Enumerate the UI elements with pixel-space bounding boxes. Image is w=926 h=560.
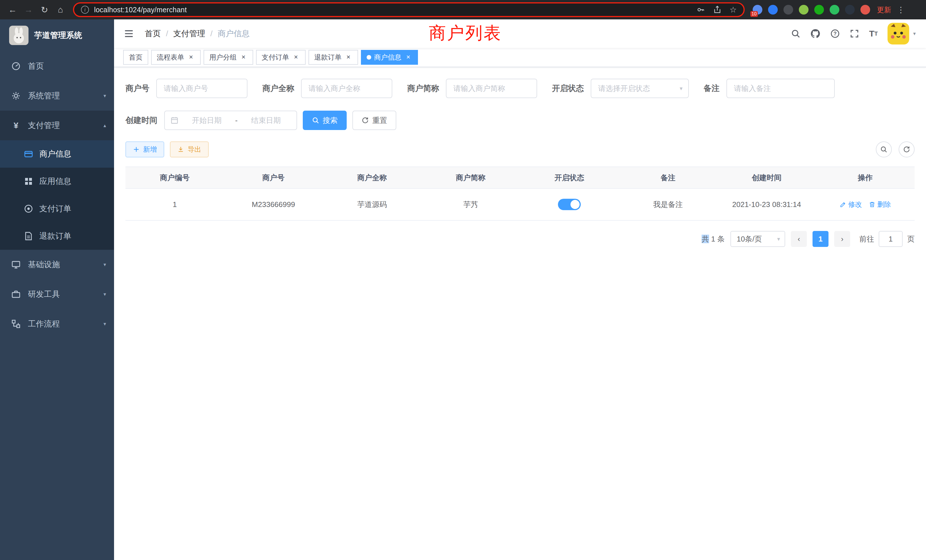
tab-label: 商户信息 <box>374 53 401 62</box>
sidebar-item-app-info[interactable]: 应用信息 <box>0 168 114 195</box>
filter-full-name: 商户全称 <box>262 79 392 98</box>
github-icon[interactable] <box>810 29 820 39</box>
extension-badge: 10 <box>750 11 758 17</box>
add-button[interactable]: 新增 <box>126 141 164 157</box>
breadcrumb-item-current: 商户信息 <box>218 28 250 39</box>
refresh-button[interactable] <box>899 141 915 157</box>
bookmark-star-icon[interactable]: ☆ <box>729 5 737 15</box>
tab-close-icon[interactable]: × <box>239 53 247 61</box>
tab-user-group[interactable]: 用户分组 × <box>204 50 253 65</box>
breadcrumb-separator: / <box>166 29 168 38</box>
sidebar-item-infrastructure[interactable]: 基础设施 ▾ <box>0 250 114 279</box>
reset-button[interactable]: 重置 <box>353 110 396 130</box>
sidebar-item-label: 退款订单 <box>39 231 71 242</box>
fullscreen-icon[interactable] <box>850 29 859 38</box>
back-button[interactable]: ← <box>5 2 21 18</box>
reset-button-label: 重置 <box>372 115 387 126</box>
tab-close-icon[interactable]: × <box>292 53 300 61</box>
column-header: 商户全称 <box>323 173 421 183</box>
tab-home[interactable]: 首页 <box>123 50 148 65</box>
goto-unit: 页 <box>907 234 915 244</box>
goto-prefix: 前往 <box>859 234 874 244</box>
status-toggle-on[interactable] <box>558 199 581 210</box>
sidebar-item-workflow[interactable]: 工作流程 ▾ <box>0 309 114 339</box>
search-button[interactable]: 搜索 <box>303 110 346 130</box>
reload-button[interactable]: ↻ <box>36 2 53 18</box>
date-end-placeholder[interactable]: 结束日期 <box>241 115 291 126</box>
font-size-icon[interactable]: TT <box>869 29 878 38</box>
chevron-down-icon: ▾ <box>103 291 106 297</box>
sidebar-item-dev-tools[interactable]: 研发工具 ▾ <box>0 279 114 309</box>
payment-submenu: 商户信息 应用信息 支付订单 <box>0 140 114 250</box>
prev-page-button[interactable]: ‹ <box>791 231 807 247</box>
tab-close-icon[interactable]: × <box>344 53 353 61</box>
sidebar-item-merchant-info[interactable]: 商户信息 <box>0 140 114 168</box>
extension-icon[interactable] <box>784 5 793 15</box>
toggle-search-button[interactable] <box>876 141 892 157</box>
address-bar[interactable]: i localhost:1024/pay/merchant ☆ <box>73 2 745 17</box>
select-placeholder: 请选择开启状态 <box>598 83 680 94</box>
help-icon[interactable]: ? <box>830 29 840 38</box>
home-button[interactable]: ⌂ <box>53 2 68 18</box>
app-logo[interactable]: 芋道管理系统 <box>0 20 114 51</box>
goto-page-input[interactable] <box>879 231 903 247</box>
calendar-icon <box>171 117 179 124</box>
tab-close-icon[interactable]: × <box>187 53 195 61</box>
merchant-table: 商户编号 商户号 商户全称 商户简称 开启状态 备注 创建时间 操作 1 M23… <box>126 166 915 221</box>
extension-icon[interactable] <box>830 5 839 15</box>
chevron-up-icon: ▴ <box>103 122 106 129</box>
browser-profile-avatar[interactable] <box>861 5 870 15</box>
tab-pay-order[interactable]: 支付订单 × <box>256 50 306 65</box>
user-menu[interactable]: ▾ <box>888 23 916 44</box>
share-icon[interactable] <box>713 5 722 14</box>
extension-icon[interactable]: 10 <box>753 5 763 15</box>
column-header: 创建时间 <box>717 173 816 183</box>
breadcrumb-item[interactable]: 支付管理 <box>173 28 205 39</box>
extension-icon[interactable] <box>845 5 855 15</box>
next-page-button[interactable]: › <box>834 231 850 247</box>
export-button[interactable]: 导出 <box>170 141 209 157</box>
column-header: 备注 <box>619 173 717 183</box>
date-range-picker[interactable]: 开始日期 - 结束日期 <box>164 110 297 130</box>
edit-link-label: 修改 <box>848 200 862 209</box>
tab-process-form[interactable]: 流程表单 × <box>151 50 201 65</box>
sidebar-item-refund-order[interactable]: 退款订单 <box>0 222 114 250</box>
extension-icon[interactable] <box>768 5 778 15</box>
password-key-icon[interactable] <box>696 5 705 14</box>
forward-button[interactable]: → <box>21 2 36 18</box>
page-number-1[interactable]: 1 <box>813 231 829 247</box>
date-start-placeholder[interactable]: 开始日期 <box>182 115 232 126</box>
dashboard-icon <box>11 62 21 71</box>
page-size-select[interactable]: 10条/页 ▾ <box>731 231 785 247</box>
chrome-update-button[interactable]: 更新 <box>877 5 891 15</box>
edit-link[interactable]: 修改 <box>840 200 862 209</box>
hamburger-icon[interactable] <box>122 27 136 41</box>
short-name-input[interactable] <box>446 79 537 98</box>
tab-close-icon[interactable]: × <box>404 53 412 61</box>
add-button-label: 新增 <box>143 145 157 154</box>
search-button-label: 搜索 <box>323 115 337 126</box>
filter-status: 开启状态 请选择开启状态 ▾ <box>552 79 689 98</box>
sidebar-item-payment[interactable]: ¥ 支付管理 ▴ <box>0 110 114 140</box>
sidebar-item-pay-order[interactable]: 支付订单 <box>0 195 114 222</box>
merchant-no-input[interactable] <box>156 79 247 98</box>
tab-merchant-info[interactable]: 商户信息 × <box>361 50 418 65</box>
cell-merchant-id: 1 <box>126 200 224 209</box>
extension-icon[interactable] <box>814 5 824 15</box>
sidebar-item-system[interactable]: 系统管理 ▾ <box>0 81 114 110</box>
delete-link[interactable]: 删除 <box>869 200 891 209</box>
filter-create-time: 创建时间 开始日期 - 结束日期 <box>126 110 297 130</box>
sidebar-item-home[interactable]: 首页 <box>0 51 114 81</box>
column-header: 开启状态 <box>520 173 619 183</box>
tab-refund-order[interactable]: 退款订单 × <box>309 50 358 65</box>
site-info-icon[interactable]: i <box>81 6 89 14</box>
browser-menu-icon[interactable]: ⋮ <box>897 5 905 15</box>
sidebar-item-label: 首页 <box>28 61 44 71</box>
extension-icon[interactable] <box>799 5 808 15</box>
breadcrumb-item[interactable]: 首页 <box>145 28 161 39</box>
remark-input[interactable] <box>726 79 835 98</box>
search-icon[interactable] <box>791 29 800 38</box>
status-select[interactable]: 请选择开启状态 ▾ <box>591 79 689 98</box>
full-name-input[interactable] <box>301 79 392 98</box>
filter-label: 备注 <box>704 83 720 94</box>
